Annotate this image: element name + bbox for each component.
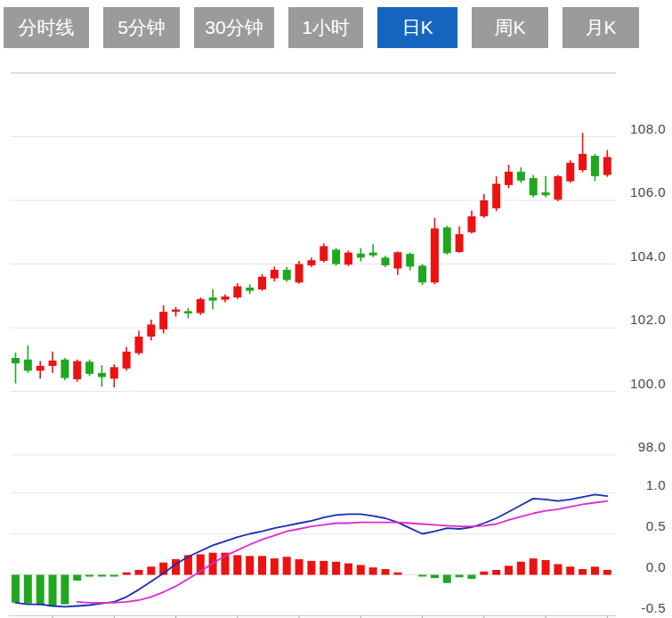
candle-body: [135, 337, 143, 354]
macd-histogram-bar: [579, 569, 587, 574]
price-axis-label: 102.0: [630, 312, 666, 327]
candle-body: [233, 287, 241, 298]
macd-histogram-bar: [320, 561, 328, 575]
macd-histogram-bar: [566, 566, 574, 574]
price-axis-label: 106.0: [630, 184, 666, 199]
macd-histogram-bar: [542, 560, 550, 575]
candle-body: [73, 362, 81, 379]
macd-histogram-bar: [61, 575, 69, 605]
macd-histogram-bar: [517, 562, 525, 575]
candle-body: [591, 156, 599, 176]
macd-histogram-bar: [147, 566, 155, 574]
macd-histogram-bar: [467, 575, 475, 580]
candle-body: [357, 254, 365, 258]
candle-body: [49, 361, 57, 366]
candle-body: [418, 265, 426, 282]
macd-histogram-bar: [369, 567, 377, 574]
macd-histogram-bar: [492, 570, 500, 575]
candle-body: [393, 252, 401, 268]
macd-histogram-bar: [456, 575, 464, 578]
candle-body: [24, 360, 32, 371]
candle-body: [530, 178, 538, 195]
candle-body: [283, 270, 291, 280]
dea-line: [77, 501, 608, 603]
macd-histogram-bar: [24, 575, 32, 604]
candle-body: [36, 366, 45, 370]
macd-histogram-bar: [135, 570, 143, 575]
candle-body: [184, 311, 192, 313]
candle-body: [382, 257, 390, 265]
candle-body: [579, 154, 587, 170]
macd-histogram-bar: [382, 569, 390, 574]
candle-body: [98, 373, 106, 378]
candle-body: [332, 249, 340, 264]
candle-body: [369, 253, 377, 256]
kline-macd-chart: 108.0106.0104.0102.0100.098.01.00.50.0-0…: [0, 0, 672, 618]
candle-body: [271, 270, 279, 279]
macd-histogram-bar: [73, 575, 81, 581]
macd-histogram-bar: [591, 566, 599, 574]
macd-histogram-bar: [123, 573, 131, 575]
macd-histogram-bar: [233, 555, 241, 574]
macd-histogram-bar: [307, 561, 315, 575]
macd-histogram-bar: [332, 562, 340, 575]
candle-body: [123, 352, 131, 369]
candle-body: [159, 312, 167, 329]
candle-body: [12, 358, 20, 363]
dif-line: [16, 494, 608, 606]
macd-histogram-bar: [480, 572, 488, 575]
macd-histogram-layer: [12, 553, 611, 606]
candle-body: [85, 362, 93, 374]
candle-body: [221, 297, 229, 300]
macd-histogram-bar: [98, 575, 106, 577]
macd-histogram-bar: [110, 575, 118, 577]
macd-histogram-bar: [85, 575, 93, 577]
candle-body: [554, 176, 562, 199]
macd-histogram-bar: [12, 575, 20, 603]
price-axis-label: 98.0: [638, 439, 666, 454]
macd-histogram-bar: [36, 575, 45, 606]
candle-body: [467, 216, 475, 232]
candle-body: [603, 157, 611, 175]
candle-body: [197, 299, 205, 313]
candle-body: [456, 234, 464, 252]
candle-body: [209, 297, 217, 301]
macd-histogram-bar: [418, 575, 426, 577]
candle-body: [406, 254, 414, 266]
indicator-lines-layer: [16, 494, 608, 606]
macd-axis-label: -0.5: [641, 600, 666, 615]
macd-histogram-bar: [344, 564, 352, 575]
price-axis-label: 108.0: [630, 121, 666, 136]
candle-body: [517, 172, 525, 181]
macd-histogram-bar: [357, 565, 365, 574]
macd-histogram-bar: [431, 575, 439, 579]
candle-body: [431, 228, 439, 282]
price-axis-label: 104.0: [630, 248, 666, 264]
candle-body: [307, 260, 315, 265]
candle-body: [492, 183, 500, 208]
macd-histogram-bar: [443, 575, 451, 583]
candle-body: [320, 246, 328, 260]
candle-body: [296, 264, 304, 283]
macd-histogram-bar: [246, 556, 254, 574]
grid-layer: [9, 73, 616, 618]
macd-histogram-bar: [271, 558, 279, 574]
macd-histogram-bar: [393, 573, 401, 575]
macd-histogram-bar: [530, 558, 538, 574]
axis-labels-layer: 108.0106.0104.0102.0100.098.01.00.50.0-0…: [630, 121, 666, 615]
macd-histogram-bar: [296, 559, 304, 574]
candle-body: [110, 367, 118, 378]
candle-body: [172, 310, 180, 313]
macd-axis-label: 0.5: [646, 518, 666, 533]
candle-body: [443, 227, 451, 253]
candles-layer: [12, 133, 611, 387]
candle-body: [542, 192, 550, 195]
candle-body: [61, 360, 69, 378]
price-axis-label: 100.0: [630, 376, 666, 391]
macd-histogram-bar: [258, 556, 266, 574]
macd-histogram-bar: [283, 557, 291, 574]
candle-body: [246, 288, 254, 291]
macd-histogram-bar: [49, 575, 57, 606]
candle-body: [566, 163, 574, 182]
macd-axis-label: 1.0: [646, 477, 666, 492]
